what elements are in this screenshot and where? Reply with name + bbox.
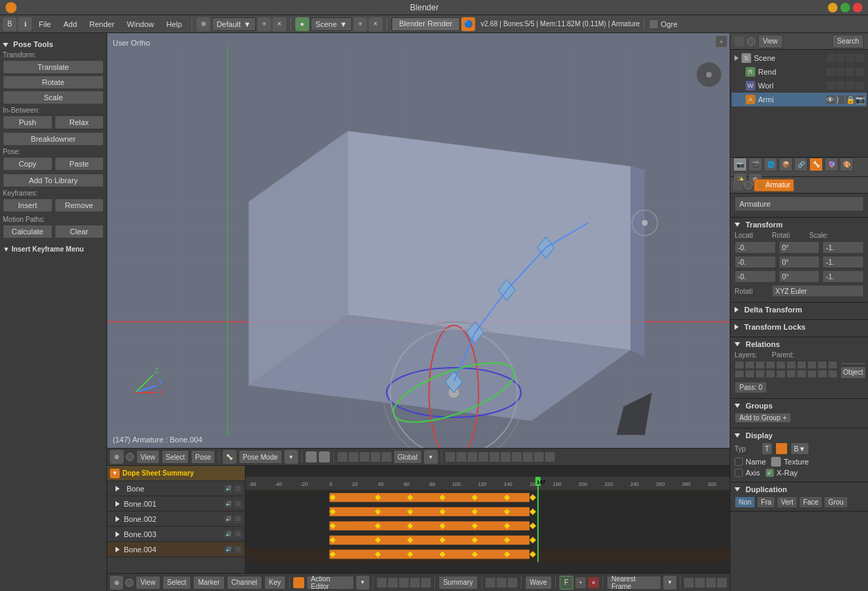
world-icon-1[interactable] xyxy=(827,82,835,90)
arm-icon-3[interactable]: 🔒 xyxy=(846,95,854,104)
viewport-corner-btn[interactable]: + xyxy=(716,36,727,47)
dupl-grou-btn[interactable]: Grou xyxy=(824,496,847,508)
rend-icon-1[interactable] xyxy=(827,68,835,76)
dupl-vert-btn[interactable]: Vert xyxy=(777,496,797,508)
prop-object-icon[interactable]: 📦 xyxy=(779,158,793,171)
layer-20[interactable] xyxy=(828,370,838,378)
rotate-btn[interactable]: Rotate xyxy=(3,75,104,89)
bone-row-3[interactable]: Bone.003 🔊 □ xyxy=(107,527,245,542)
viewport[interactable]: User Ortho + xyxy=(107,33,730,448)
bone-icon-speaker-2[interactable]: 🔊 xyxy=(224,515,232,523)
vtb-icon-4[interactable] xyxy=(371,452,380,462)
arm-icon-2[interactable]: ⟩ xyxy=(836,95,844,104)
vtb-icon-1[interactable] xyxy=(338,452,347,462)
layer-16[interactable] xyxy=(786,370,796,378)
ttb-icon-1[interactable] xyxy=(377,578,387,588)
layer-4[interactable] xyxy=(766,361,775,369)
dope-sheet-summary-row[interactable]: ▼ Dope Sheet Summary xyxy=(107,466,245,481)
layer-12[interactable] xyxy=(745,370,755,378)
layer-19[interactable] xyxy=(818,370,827,378)
nearest-frame-btn[interactable]: Nearest Frame xyxy=(607,576,661,590)
vtb-icon-9[interactable] xyxy=(479,452,488,462)
remove-workspace-icon[interactable]: × xyxy=(273,17,286,31)
loc-z[interactable]: -0. xyxy=(735,270,776,283)
display-color[interactable] xyxy=(775,442,788,455)
rend-icon-2[interactable] xyxy=(836,68,844,76)
bone-expand-4[interactable] xyxy=(116,547,120,552)
relax-btn[interactable]: Relax xyxy=(55,115,104,129)
prop-scene-icon[interactable]: 🎬 xyxy=(748,158,762,171)
ttb-icon-4[interactable] xyxy=(410,578,420,588)
copy-pose-btn[interactable]: Copy xyxy=(3,157,53,171)
timeline-key-btn[interactable]: Key xyxy=(264,576,286,590)
wave-btn[interactable]: Wave xyxy=(525,576,552,590)
prop-material-icon[interactable]: 🔮 xyxy=(824,158,838,171)
outliner-scene[interactable]: S Scene xyxy=(732,51,867,65)
remove-keyframe-btn[interactable]: × xyxy=(588,577,599,588)
bone-row-1[interactable]: Bone.001 🔊 □ xyxy=(107,496,245,512)
layer-18[interactable] xyxy=(807,370,817,378)
dupl-face-btn[interactable]: Face xyxy=(799,496,822,508)
display-title[interactable]: Display xyxy=(735,431,864,440)
menu-add[interactable]: Add xyxy=(58,19,83,30)
vtb-icon-3[interactable] xyxy=(360,452,369,462)
ttb-icon-7[interactable] xyxy=(497,578,506,588)
layer-14[interactable] xyxy=(766,370,775,378)
add-workspace-icon[interactable]: + xyxy=(257,17,271,31)
scale-x[interactable]: -1. xyxy=(822,241,864,254)
bone-row-4[interactable]: Bone.004 🔊 □ xyxy=(107,542,245,557)
close-button[interactable] xyxy=(853,3,862,12)
ttb-icon-10[interactable] xyxy=(695,578,705,588)
rotation-mode-value[interactable]: XYZ Euler xyxy=(772,285,864,297)
outliner-search-btn[interactable]: Search xyxy=(832,35,864,48)
prop-data-icon[interactable]: 🦴 xyxy=(809,158,823,171)
parent-dropdown[interactable]: Object xyxy=(840,366,866,379)
pose-mode-btn[interactable]: Pose Mode xyxy=(239,450,282,464)
maximize-button[interactable] xyxy=(840,3,850,12)
type-b-btn[interactable]: B▼ xyxy=(791,442,809,455)
add-to-group-btn[interactable]: Add to Group + xyxy=(735,413,791,423)
scale-btn[interactable]: Scale xyxy=(3,91,104,104)
arm-icon-1[interactable]: 👁 xyxy=(827,95,835,104)
prop-render-icon[interactable]: 📷 xyxy=(733,158,747,171)
layer-7[interactable] xyxy=(797,361,806,369)
vtb-icon-11[interactable] xyxy=(501,452,510,462)
select-menu-btn[interactable]: Select xyxy=(162,450,190,464)
pose-menu-btn[interactable]: Pose xyxy=(191,450,215,464)
scale-z[interactable]: -1. xyxy=(822,270,864,283)
arm-icon-4[interactable]: 📷 xyxy=(856,95,864,104)
outliner-view-btn[interactable]: View xyxy=(758,35,783,48)
prop-constraints-icon[interactable]: 🔗 xyxy=(794,158,808,171)
outliner-world[interactable]: W Worl xyxy=(732,79,867,93)
paste-pose-btn[interactable]: Paste xyxy=(55,157,104,171)
bone-row-0[interactable]: Bone 🔊 □ xyxy=(107,481,245,496)
menu-render[interactable]: Render xyxy=(84,19,120,30)
rot-y[interactable]: 0° xyxy=(779,256,820,268)
ttb-icon-3[interactable] xyxy=(399,578,409,588)
summary-btn[interactable]: Summary xyxy=(438,576,478,590)
workspace-dropdown[interactable]: Default ▼ xyxy=(212,17,256,31)
loc-x[interactable]: -0. xyxy=(735,241,776,254)
scene-vis-icon[interactable] xyxy=(827,54,835,62)
render-engine-btn[interactable]: Blender Render xyxy=(391,17,460,31)
add-scene-icon[interactable]: + xyxy=(353,17,367,31)
timeline-view-btn[interactable]: View xyxy=(136,576,160,590)
action-dropdown[interactable]: ▼ xyxy=(356,576,369,590)
translate-btn[interactable]: Translate xyxy=(3,60,104,74)
breakdowner-btn[interactable]: Breakdowner xyxy=(3,132,104,146)
scene-sel-icon[interactable] xyxy=(836,54,844,62)
vtb-icon-8[interactable] xyxy=(468,452,477,462)
minimize-button[interactable] xyxy=(828,3,838,12)
vtb-icon-5[interactable] xyxy=(382,452,391,462)
pivot-icon[interactable] xyxy=(306,451,317,462)
texture-color[interactable] xyxy=(771,457,781,467)
rend-icon-4[interactable] xyxy=(856,68,864,76)
menu-window[interactable]: Window xyxy=(121,19,159,30)
ttb-icon-12[interactable] xyxy=(717,578,727,588)
pass-btn[interactable]: Pass: 0 xyxy=(735,382,767,393)
menu-file[interactable]: File xyxy=(33,19,57,30)
layer-13[interactable] xyxy=(755,370,765,378)
vtb-icon-12[interactable] xyxy=(512,452,521,462)
bone-icon-speaker-4[interactable]: 🔊 xyxy=(224,545,232,554)
vtb-icon-13[interactable] xyxy=(523,452,533,462)
